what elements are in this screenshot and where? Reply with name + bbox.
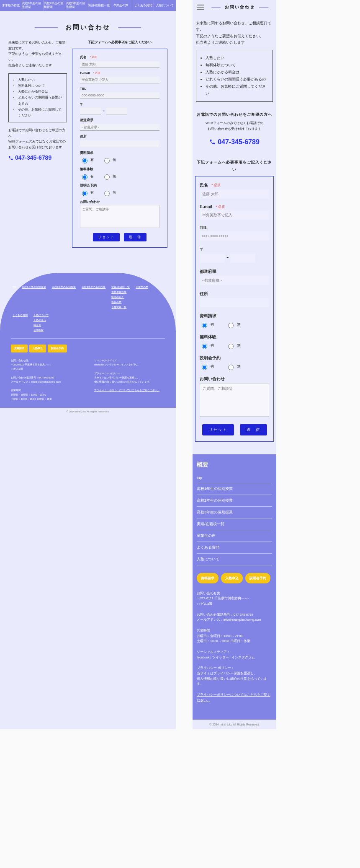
nav-item-1[interactable]: 高校1年生の個別授業 <box>22 0 44 11</box>
list-item: 無料体験について <box>206 62 269 69</box>
doc-no-radio[interactable] <box>228 323 234 328</box>
tel-input[interactable] <box>80 92 159 99</box>
list-item: どれくらいの期間通う必要があるの <box>18 95 62 107</box>
footer-link[interactable]: 入塾について <box>197 554 272 565</box>
zip2-input[interactable] <box>230 254 255 263</box>
list-item: その他、お気軽にご質問してください <box>18 107 62 119</box>
footer-link[interactable]: 高校2年生の個別授業 <box>52 285 76 309</box>
top-nav: 未来塾の特徴 高校1年生の個別授業 高校2年生の個別授業 高校3年生の個別授業 … <box>0 0 176 11</box>
contact-form-mobile: 氏名＊必須 E-mail＊必須 TEL 〒 - 都道府県 住所 資料請求 有 無… <box>195 176 274 442</box>
social-links[interactable]: facebook | ツイッター | インスタグラム <box>94 363 165 367</box>
name-input[interactable] <box>200 189 269 199</box>
zip1-input[interactable] <box>200 254 225 263</box>
footer-link[interactable]: よくある質問 <box>197 542 272 554</box>
list-item: 入塾したい <box>18 77 62 83</box>
footer-link[interactable]: 高校1年生の個別授業 <box>22 285 46 309</box>
heading-line-left <box>35 27 58 28</box>
submit-button[interactable]: 送 信 <box>240 424 267 435</box>
footer-link[interactable]: 高校3年生の個別授業 <box>82 285 105 309</box>
footer-link[interactable]: よくある質問 <box>13 314 28 332</box>
pref-select[interactable] <box>80 124 159 131</box>
doc-yes-radio[interactable] <box>202 323 207 328</box>
footer-link-top[interactable]: top <box>197 473 272 483</box>
footer-sublink[interactable]: 使用教材 <box>33 329 49 332</box>
inquiry-textarea[interactable] <box>200 383 269 417</box>
reset-button[interactable]: リセット <box>202 424 234 435</box>
footer-sublink[interactable]: 講師の紹介 <box>111 295 130 299</box>
briefing-button[interactable]: 説明会予約 <box>48 345 67 352</box>
footer-sublink[interactable]: 無料体験授業 <box>111 290 130 294</box>
briefing-no-radio[interactable] <box>104 191 110 196</box>
inquiry-examples-box: 入塾したい 無料体験について 入塾にかかる料金は どれくらいの期間通う必要がある… <box>196 50 273 102</box>
nav-item-2[interactable]: 高校2年生の個別授業 <box>44 0 66 11</box>
phone-icon <box>8 155 13 161</box>
nav-item-6[interactable]: よくある質問 <box>132 0 154 11</box>
footer-link[interactable]: 実績/在籍校一覧 <box>197 518 272 530</box>
footer-link[interactable]: 高校1年生の個別授業 <box>197 483 272 495</box>
zip2-input[interactable] <box>106 108 127 114</box>
trial-no-radio[interactable] <box>228 344 234 349</box>
footer-link[interactable]: 高校2年生の個別授業 <box>197 495 272 507</box>
doc-no-radio[interactable] <box>104 158 110 163</box>
phone-number: 047-345-6789 <box>15 153 51 163</box>
footer-sublink[interactable]: 入塾の流れ <box>33 319 49 322</box>
phone-icon <box>209 139 216 145</box>
name-input[interactable] <box>80 61 159 68</box>
pref-select[interactable] <box>200 276 269 285</box>
heading-line-right <box>259 7 268 8</box>
form-title: 下記フォームへ必要事項をご記入ください <box>72 40 167 44</box>
trial-yes-radio[interactable] <box>202 344 207 349</box>
footer-link-top[interactable]: top <box>13 285 16 309</box>
request-docs-button[interactable]: 資料請求 <box>197 573 219 583</box>
submit-button[interactable]: 送 信 <box>124 233 147 241</box>
trial-yes-radio[interactable] <box>82 174 87 180</box>
email-input[interactable] <box>80 77 159 83</box>
footer-sublink[interactable]: 合格実績一覧 <box>111 306 130 309</box>
briefing-yes-radio[interactable] <box>202 365 207 370</box>
briefing-no-radio[interactable] <box>228 365 234 370</box>
page-heading: お問い合わせ <box>0 23 176 31</box>
request-docs-button[interactable]: 資料請求 <box>11 345 28 352</box>
briefing-yes-radio[interactable] <box>82 191 87 196</box>
nav-item-7[interactable]: 入塾について <box>154 0 176 11</box>
trial-no-radio[interactable] <box>104 174 110 180</box>
list-item: 入塾にかかる料金は <box>18 89 62 95</box>
nav-item-0[interactable]: 未来塾の特徴 <box>0 0 22 11</box>
address-input[interactable] <box>80 140 159 147</box>
enroll-button[interactable]: 入塾申込 <box>29 345 46 352</box>
tel-input[interactable] <box>200 231 269 241</box>
desktop-view: 未来塾の特徴 高校1年生の個別授業 高校2年生の個別授業 高校3年生の個別授業 … <box>0 0 176 729</box>
tel-heading: お電話でのお問い合わせをご希望の方へ <box>196 111 273 118</box>
enroll-button[interactable]: 入塾申込 <box>221 573 243 583</box>
phone-number: 047-345-6789 <box>218 136 260 148</box>
phone-link[interactable]: 047-345-6789 <box>8 153 67 163</box>
social-links[interactable]: facebook | ツイッター | インスタグラム <box>197 655 272 661</box>
briefing-button[interactable]: 説明会予約 <box>245 573 270 583</box>
footer-link[interactable]: 高校3年生の個別授業 <box>197 507 272 518</box>
footer-link[interactable]: 卒業生の声 <box>136 285 148 309</box>
nav-item-5[interactable]: 卒業生の声 <box>110 0 132 11</box>
zip1-input[interactable] <box>80 108 101 114</box>
page-title: お問い合わせ <box>65 23 111 31</box>
list-item: 入塾にかかる料金は <box>206 69 269 76</box>
footer-sublink[interactable]: 塾長の声 <box>111 301 130 304</box>
mobile-view: お問い合わせ 未来塾に関するお問い合わせ、ご相談窓口です。 下記のようなご要望を… <box>193 0 276 729</box>
form-title: 下記フォームへ必要事項をご記入ください <box>196 159 273 172</box>
footer-link[interactable]: 卒業生の声 <box>197 530 272 542</box>
reset-button[interactable]: リセット <box>93 233 120 241</box>
privacy-link[interactable]: プライバシーポリシーについてはこちらをご覧ください。 <box>197 693 270 702</box>
nav-item-4[interactable]: 実績/在籍校一覧 <box>88 0 111 11</box>
footer-link[interactable]: 入塾について <box>33 314 49 317</box>
phone-link-mobile[interactable]: 047-345-6789 <box>196 136 273 148</box>
address-input[interactable] <box>200 298 269 307</box>
copyright: © 2024 mirai-juku All Rights Reserved. <box>193 720 276 729</box>
privacy-link[interactable]: プライバシーポリシーについてはこちらをご覧ください。 <box>94 389 159 391</box>
footer-link[interactable]: 実績/在籍校一覧 <box>111 285 130 289</box>
email-input[interactable] <box>200 210 269 220</box>
doc-yes-radio[interactable] <box>82 158 87 163</box>
footer-sublink[interactable]: 料金表 <box>33 324 49 327</box>
heading-line-left <box>211 7 221 8</box>
inquiry-textarea[interactable] <box>80 205 159 228</box>
hamburger-menu-icon[interactable] <box>195 3 206 11</box>
nav-item-3[interactable]: 高校3年生の個別授業 <box>66 0 88 11</box>
